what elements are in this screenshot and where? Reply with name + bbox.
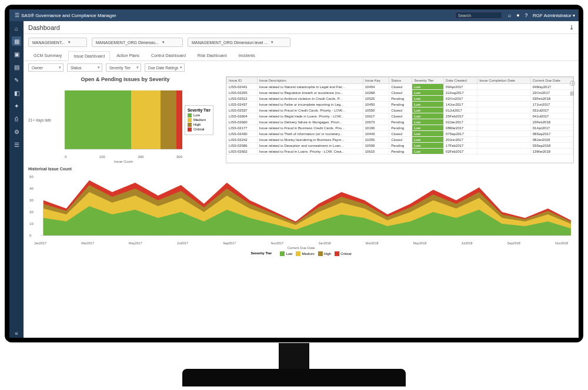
help-icon[interactable]: ? xyxy=(522,12,530,18)
export-icon[interactable]: ⤓ xyxy=(569,24,574,31)
page-header: Dashboard ⤓ xyxy=(24,21,579,34)
table-row[interactable]: LISS-02512Issue related to Antitrust vio… xyxy=(227,96,573,102)
severity-bar-chart xyxy=(65,85,182,155)
page-title: Dashboard xyxy=(28,24,60,31)
info-icon[interactable]: ⓘ xyxy=(568,80,576,88)
subfilter-due-date-ratings[interactable]: Due Date Ratings xyxy=(145,63,185,72)
nav-home-icon[interactable]: ⌂ xyxy=(12,23,21,33)
table-row[interactable]: LISS-02602Issue related to Fraud in Loan… xyxy=(227,149,573,154)
tab-incidents[interactable]: Incidents xyxy=(233,51,260,60)
tab-gcm-summary[interactable]: GCM Summary xyxy=(28,51,67,60)
severity-chart-panel: Open & Pending Issues by Severity 21+ da… xyxy=(28,76,222,163)
svg-rect-3 xyxy=(176,90,182,149)
table-row[interactable]: LISS-02660Issue related to Delivery fail… xyxy=(227,119,573,125)
nav-item-icon[interactable]: ⎙ xyxy=(12,114,21,123)
issues-table-panel: Issue IDIssue DescriptionIssue KeyStatus… xyxy=(226,76,574,163)
user-menu[interactable]: RGF Administrator ▾ xyxy=(533,13,575,18)
column-header[interactable]: Issue Description xyxy=(257,78,363,84)
table-row[interactable]: LISS-02441Issue related to Natural catas… xyxy=(227,84,573,90)
chart-x-label: Current Due Date xyxy=(28,246,574,250)
tab-control-dashboard[interactable]: Control Dashboard xyxy=(146,51,191,60)
subfilter-owner[interactable]: Owner xyxy=(28,63,64,72)
filter-org-dimension-level[interactable]: MANAGEMENT_ORG Dimension level ... xyxy=(188,38,290,47)
svg-text:30: 30 xyxy=(29,198,34,202)
nav-item-icon[interactable]: ✎ xyxy=(12,75,21,85)
notification-icon[interactable]: ● xyxy=(514,12,522,18)
table-row[interactable]: LISS-02430Issue related to Theft of info… xyxy=(227,131,573,137)
column-header[interactable]: Date Created xyxy=(444,78,477,84)
nav-item-icon[interactable]: ☰ xyxy=(12,140,21,149)
nav-dashboard-icon[interactable]: ▦ xyxy=(12,36,21,46)
search-input[interactable]: Search xyxy=(455,12,502,19)
table-row[interactable]: LISS-02177Issue related to Fraud in Busi… xyxy=(227,125,573,131)
table-row[interactable]: LISS-02586Issue related to Deception and… xyxy=(227,143,573,149)
issues-table[interactable]: Issue IDIssue DescriptionIssue KeyStatus… xyxy=(226,77,573,154)
severity-legend: Severity Tier LowMediumHighCritical xyxy=(185,105,213,135)
tab-issue-dashboard[interactable]: Issue Dashboard xyxy=(68,51,110,61)
column-header[interactable]: Status xyxy=(389,78,412,84)
nav-item-icon[interactable]: ▤ xyxy=(12,62,21,72)
column-header[interactable]: Issue ID xyxy=(227,78,258,84)
app-header: ☰ SAS® Governance and Compliance Manager… xyxy=(9,9,579,21)
table-row[interactable]: LISS-02537Issue related to Fraud in Cred… xyxy=(227,107,573,113)
search-icon[interactable]: ⌕ xyxy=(506,12,514,18)
table-row[interactable]: LISS-02604Issue related to Illegal trade… xyxy=(227,113,573,119)
table-row[interactable]: LISS-02242Issue related to Money launder… xyxy=(227,137,573,143)
svg-text:50: 50 xyxy=(29,174,34,179)
nav-item-icon[interactable]: ◧ xyxy=(12,88,21,98)
chart-x-label: Issue Count xyxy=(65,160,182,163)
historical-chart-panel: Historical Issue Count 50403020100 Jan20… xyxy=(24,166,579,259)
nav-item-icon[interactable]: ▣ xyxy=(12,49,21,59)
app-title: SAS® Governance and Compliance Manager xyxy=(21,13,455,18)
nav-item-icon[interactable]: ✦ xyxy=(12,101,21,110)
svg-text:10: 10 xyxy=(29,221,34,226)
column-header[interactable]: Current Due Date xyxy=(530,78,573,84)
tab-risk-dashboard[interactable]: Risk Dashboard xyxy=(192,51,232,60)
column-header[interactable]: Issue Completion Date xyxy=(477,78,531,84)
svg-rect-0 xyxy=(65,90,131,149)
subfilter-severity-tier[interactable]: Severity Tier xyxy=(106,63,141,72)
filter-org-dimension[interactable]: MANAGEMENT_ORG Dimensio... xyxy=(92,38,183,47)
side-nav: ⌂ ▦ ▣ ▤ ✎ ◧ ✦ ⎙ ⚙ ☰ « xyxy=(9,21,24,338)
chart-title: Historical Issue Count xyxy=(28,167,574,171)
tab-action-plans[interactable]: Action Plans xyxy=(111,51,145,60)
nav-collapse-icon[interactable]: « xyxy=(12,328,21,338)
column-header[interactable]: Severity Tier xyxy=(412,78,444,84)
table-row[interactable]: LISS-02255Issue related to Regulation br… xyxy=(227,90,573,96)
svg-text:0: 0 xyxy=(29,233,32,237)
svg-text:20: 20 xyxy=(29,210,34,214)
svg-rect-1 xyxy=(131,90,161,149)
table-row[interactable]: LISS-02437Issue related to False or inco… xyxy=(227,102,573,107)
subfilter-status[interactable]: Status xyxy=(67,63,102,72)
historical-area-chart: 50403020100 xyxy=(28,171,574,241)
column-header[interactable]: Issue Key xyxy=(363,78,389,84)
chart-title: Open & Pending Issues by Severity xyxy=(28,76,222,82)
filter-management[interactable]: MANAGEMENT... xyxy=(28,38,87,47)
svg-rect-2 xyxy=(161,90,176,149)
menu-icon[interactable]: ☰ xyxy=(13,12,21,18)
settings-icon[interactable]: ⊞ xyxy=(568,90,576,99)
nav-item-icon[interactable]: ⚙ xyxy=(12,127,21,136)
chart-y-label: 21+ days late xyxy=(28,85,65,155)
svg-text:40: 40 xyxy=(29,186,34,190)
